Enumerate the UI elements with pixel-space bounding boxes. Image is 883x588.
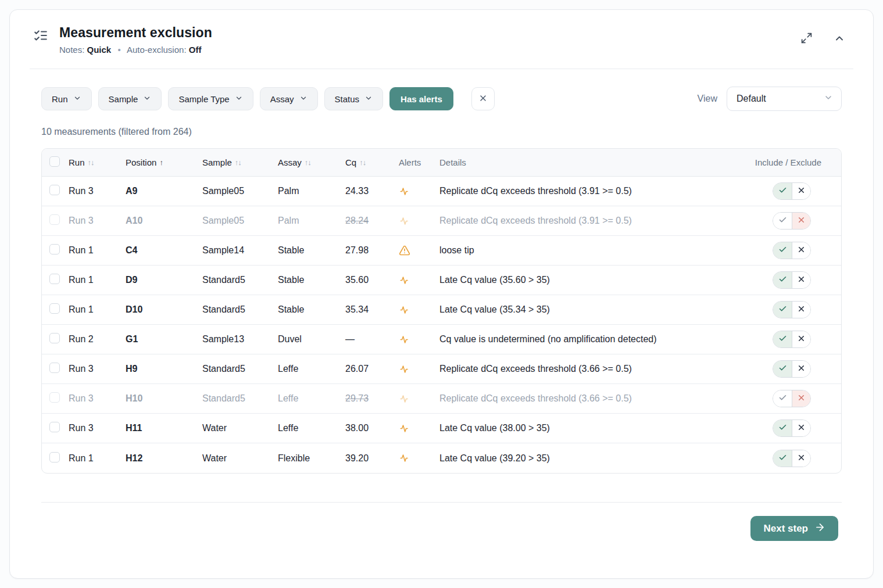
include-button[interactable] bbox=[773, 242, 792, 259]
exclude-button[interactable] bbox=[792, 390, 810, 407]
table-row: Run 2 G1 Sample13 Duvel — Cq value is un… bbox=[42, 325, 841, 354]
cq-cell: 27.98 bbox=[345, 245, 399, 256]
table-row: Run 3 A9 Sample05 Palm 24.33 Replicate d… bbox=[42, 177, 841, 206]
row-checkbox[interactable] bbox=[49, 452, 60, 462]
chevron-up-icon bbox=[834, 33, 845, 46]
column-header-cq[interactable]: Cq ↑↓ bbox=[345, 157, 399, 167]
x-icon bbox=[797, 334, 806, 345]
exclude-button[interactable] bbox=[792, 242, 810, 259]
details-cell: Late Cq value (35.60 > 35) bbox=[439, 275, 754, 285]
pulse-alert-icon bbox=[399, 423, 410, 434]
sample-cell: Sample13 bbox=[202, 334, 278, 345]
pulse-alert-icon bbox=[399, 304, 410, 315]
chevron-down-icon bbox=[73, 94, 81, 104]
exclude-button[interactable] bbox=[792, 213, 810, 229]
run-cell: Run 3 bbox=[69, 423, 126, 433]
notes-value: Quick bbox=[87, 45, 112, 55]
run-cell: Run 3 bbox=[69, 216, 126, 226]
include-button[interactable] bbox=[773, 331, 792, 347]
row-checkbox[interactable] bbox=[49, 422, 60, 432]
pulse-alert-icon bbox=[399, 275, 410, 286]
alerts-cell bbox=[399, 304, 439, 315]
include-button[interactable] bbox=[773, 183, 792, 199]
check-icon bbox=[778, 304, 787, 315]
row-checkbox[interactable] bbox=[49, 303, 60, 314]
filtered-count-text: 10 measurements (filtered from 264) bbox=[41, 127, 842, 137]
x-icon bbox=[797, 304, 806, 315]
exclude-button[interactable] bbox=[792, 302, 810, 318]
has-alerts-filter-chip[interactable]: Has alerts bbox=[389, 87, 453, 110]
column-header-include-exclude: Include / Exclude bbox=[754, 157, 841, 167]
card-header: Measurement exclusion Notes: Quick • Aut… bbox=[30, 10, 853, 69]
include-button[interactable] bbox=[773, 450, 792, 467]
include-button[interactable] bbox=[773, 390, 792, 407]
view-select[interactable]: Default bbox=[727, 87, 842, 111]
include-button[interactable] bbox=[773, 302, 792, 318]
column-header-assay[interactable]: Assay ↑↓ bbox=[278, 157, 345, 167]
chevron-down-icon bbox=[143, 94, 151, 104]
position-cell: H10 bbox=[126, 393, 202, 404]
position-cell: H12 bbox=[126, 453, 202, 464]
row-checkbox[interactable] bbox=[49, 333, 60, 343]
filter-status-button[interactable]: Status bbox=[324, 87, 384, 110]
select-all-checkbox[interactable] bbox=[49, 156, 60, 167]
row-checkbox[interactable] bbox=[49, 363, 60, 373]
cq-cell: 29.73 bbox=[345, 393, 399, 404]
chevron-down-icon bbox=[235, 94, 243, 104]
next-step-button[interactable]: Next step bbox=[750, 516, 838, 541]
include-button[interactable] bbox=[773, 272, 792, 288]
x-icon bbox=[797, 423, 806, 433]
filter-sample-type-button[interactable]: Sample Type bbox=[168, 87, 253, 110]
alerts-cell bbox=[399, 423, 439, 434]
cq-cell: 35.60 bbox=[345, 275, 399, 285]
collapse-button[interactable] bbox=[834, 33, 845, 46]
sample-cell: Standard5 bbox=[202, 304, 278, 315]
row-checkbox[interactable] bbox=[49, 392, 60, 403]
exclude-button[interactable] bbox=[792, 450, 810, 467]
include-button[interactable] bbox=[773, 213, 792, 229]
table-row: Run 3 H11 Water Leffe 38.00 Late Cq valu… bbox=[42, 414, 841, 443]
next-step-label: Next step bbox=[763, 523, 808, 535]
row-checkbox[interactable] bbox=[49, 274, 60, 284]
check-icon bbox=[778, 393, 787, 404]
exclude-button[interactable] bbox=[792, 331, 810, 347]
assay-cell: Leffe bbox=[278, 393, 345, 404]
expand-icon bbox=[800, 32, 813, 46]
row-checkbox[interactable] bbox=[49, 244, 60, 254]
details-cell: Replicate dCq exceeds threshold (3.91 >=… bbox=[439, 186, 754, 196]
include-exclude-toggle bbox=[773, 420, 811, 437]
filter-sample-button[interactable]: Sample bbox=[98, 87, 162, 110]
run-cell: Run 2 bbox=[69, 334, 126, 345]
column-header-sample[interactable]: Sample ↑↓ bbox=[202, 157, 278, 167]
chevron-down-icon bbox=[299, 94, 308, 104]
row-checkbox[interactable] bbox=[49, 185, 60, 195]
position-cell: A10 bbox=[126, 216, 202, 226]
column-header-run[interactable]: Run ↑↓ bbox=[69, 157, 126, 167]
x-icon bbox=[797, 453, 806, 464]
sample-cell: Water bbox=[202, 453, 278, 464]
include-button[interactable] bbox=[773, 361, 792, 377]
include-button[interactable] bbox=[773, 420, 792, 436]
header-subtitle: Notes: Quick • Auto-exclusion: Off bbox=[59, 45, 212, 55]
row-checkbox[interactable] bbox=[49, 214, 60, 225]
pulse-alert-icon bbox=[399, 393, 410, 404]
filter-sample-type-label: Sample Type bbox=[178, 94, 229, 104]
arrow-right-icon bbox=[814, 522, 825, 536]
clear-filters-button[interactable] bbox=[471, 87, 495, 110]
separator-dot: • bbox=[117, 45, 120, 55]
include-exclude-toggle bbox=[773, 242, 811, 259]
filter-run-button[interactable]: Run bbox=[41, 87, 92, 110]
exclude-button[interactable] bbox=[792, 361, 810, 377]
table-row: Run 1 H12 Water Flexible 39.20 Late Cq v… bbox=[42, 443, 841, 473]
exclude-button[interactable] bbox=[792, 420, 810, 436]
sort-icon: ↑↓ bbox=[88, 158, 94, 167]
column-header-position[interactable]: Position ↑ bbox=[126, 157, 202, 167]
filter-assay-button[interactable]: Assay bbox=[260, 87, 318, 110]
alerts-cell bbox=[399, 216, 439, 227]
view-select-value: Default bbox=[737, 94, 766, 104]
expand-button[interactable] bbox=[800, 32, 813, 46]
exclude-button[interactable] bbox=[792, 183, 810, 199]
exclude-button[interactable] bbox=[792, 272, 810, 288]
filter-sample-label: Sample bbox=[109, 94, 138, 104]
alerts-cell bbox=[399, 393, 439, 404]
